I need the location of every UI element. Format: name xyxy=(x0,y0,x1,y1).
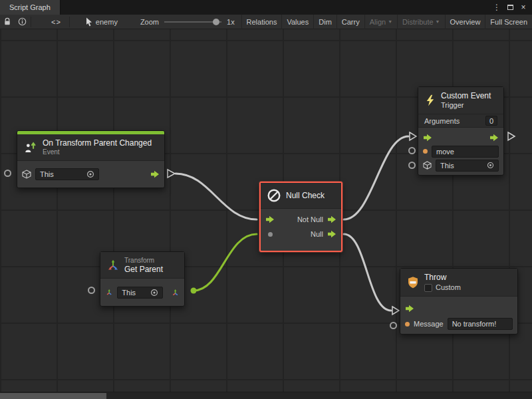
zoom-slider[interactable] xyxy=(164,21,221,23)
node-title: Throw xyxy=(424,273,461,282)
titlebar: Script Graph ⋮ × xyxy=(0,0,532,15)
code-view-button[interactable]: <> xyxy=(45,15,68,29)
control-input-port[interactable] xyxy=(423,134,432,142)
arguments-field[interactable]: 0 xyxy=(485,116,497,126)
distribute-dropdown[interactable]: Distribute▼ xyxy=(397,15,444,29)
horizontal-scrollbar[interactable] xyxy=(0,392,532,399)
toolbar-separator xyxy=(31,17,31,27)
zoom-value: 1x xyxy=(227,18,235,26)
string-input-port[interactable] xyxy=(423,149,428,154)
node-title: Null Check xyxy=(286,191,325,200)
gameobject-cube-icon xyxy=(22,170,31,179)
info-icon[interactable] xyxy=(15,15,29,29)
relations-button[interactable]: Relations xyxy=(241,15,282,29)
dim-button[interactable]: Dim xyxy=(313,15,336,29)
script-graph-window: Script Graph ⋮ × <> enemy Zoom 1x xyxy=(0,0,532,399)
zoom-slider-handle[interactable] xyxy=(213,19,219,25)
message-label: Message xyxy=(414,320,444,328)
object-picker-icon xyxy=(150,289,158,297)
node-throw[interactable]: Throw Custom Message No transform! xyxy=(400,268,518,334)
node-custom-event[interactable]: Custom Event Trigger Arguments 0 move xyxy=(418,86,504,176)
throw-message-port[interactable] xyxy=(390,322,397,329)
custom-checkbox[interactable] xyxy=(424,284,432,292)
getparent-this-port[interactable] xyxy=(88,287,95,294)
lock-icon[interactable] xyxy=(0,15,15,29)
lightning-icon xyxy=(424,94,436,107)
null-check-icon xyxy=(267,188,281,203)
node-get-parent[interactable]: Transform Get Parent This xyxy=(100,251,185,307)
getparent-target-dropdown[interactable]: This xyxy=(117,287,163,299)
custom-label: Custom xyxy=(436,283,461,292)
horizontal-scrollbar-thumb[interactable] xyxy=(0,393,106,399)
values-button[interactable]: Values xyxy=(281,15,313,29)
error-shield-icon xyxy=(406,276,420,289)
null-output-port[interactable] xyxy=(327,230,336,238)
close-icon[interactable]: × xyxy=(518,1,529,13)
customevent-target-dropdown[interactable]: This xyxy=(436,160,499,172)
graph-name: enemy xyxy=(96,18,118,26)
toolbar-buttons: Relations Values Dim Carry Align▼ Distri… xyxy=(241,15,532,29)
fullscreen-button[interactable]: Full Screen xyxy=(485,15,532,29)
node-title: On Transform Parent Changed xyxy=(43,138,152,148)
event-target-dropdown[interactable]: This xyxy=(35,168,99,180)
zoom-control: Zoom 1x xyxy=(140,18,235,26)
customevent-name-port[interactable] xyxy=(408,147,416,154)
graph-selector[interactable]: enemy xyxy=(80,17,123,27)
event-this-port[interactable] xyxy=(4,170,11,177)
cursor-icon xyxy=(86,17,92,27)
object-picker-icon xyxy=(86,170,94,178)
tab-script-graph[interactable]: Script Graph xyxy=(0,0,61,15)
chevron-down-icon: ▼ xyxy=(388,19,392,24)
chevron-down-icon: ▼ xyxy=(436,19,440,24)
gameobject-cube-icon xyxy=(423,161,432,170)
transform-parent-changed-icon xyxy=(23,140,38,155)
graph-toolbar: <> enemy Zoom 1x Relations Values Dim Ca… xyxy=(0,15,532,29)
string-input-port[interactable] xyxy=(405,322,410,327)
arguments-label: Arguments xyxy=(424,117,460,125)
control-input-port[interactable] xyxy=(405,305,414,313)
control-input-port[interactable] xyxy=(265,215,275,223)
node-null-check[interactable]: Null Check Not Null Null xyxy=(259,182,342,252)
not-null-output-port[interactable] xyxy=(327,215,336,223)
maximize-icon[interactable] xyxy=(505,1,515,13)
control-output-port[interactable] xyxy=(150,170,160,178)
message-field[interactable]: No transform! xyxy=(448,318,513,330)
tab-label: Script Graph xyxy=(9,3,51,11)
object-picker-icon xyxy=(487,162,494,169)
not-null-label: Not Null xyxy=(297,215,323,223)
toolbar-separator xyxy=(69,17,70,27)
node-on-transform-parent-changed[interactable]: On Transform Parent Changed Event This xyxy=(17,130,165,188)
overview-button[interactable]: Overview xyxy=(445,15,485,29)
customevent-this-port[interactable] xyxy=(408,162,416,169)
node-subtitle: Event xyxy=(43,148,152,156)
menu-kebab-icon[interactable]: ⋮ xyxy=(491,1,502,13)
node-title: Custom Event xyxy=(441,91,491,100)
node-subtitle: Trigger xyxy=(441,100,491,110)
transform-value-icon xyxy=(105,288,113,297)
event-name-field[interactable]: move xyxy=(432,146,499,158)
transform-icon xyxy=(106,259,120,272)
value-input-port[interactable] xyxy=(268,232,273,237)
node-title: Get Parent xyxy=(124,265,163,274)
align-dropdown[interactable]: Align▼ xyxy=(364,15,397,29)
window-controls: ⋮ × xyxy=(491,0,532,15)
node-category: Transform xyxy=(124,256,163,265)
carry-button[interactable]: Carry xyxy=(336,15,364,29)
transform-output-port[interactable] xyxy=(171,288,180,298)
control-output-port[interactable] xyxy=(489,134,499,142)
zoom-label: Zoom xyxy=(140,18,159,26)
null-label: Null xyxy=(311,230,323,238)
